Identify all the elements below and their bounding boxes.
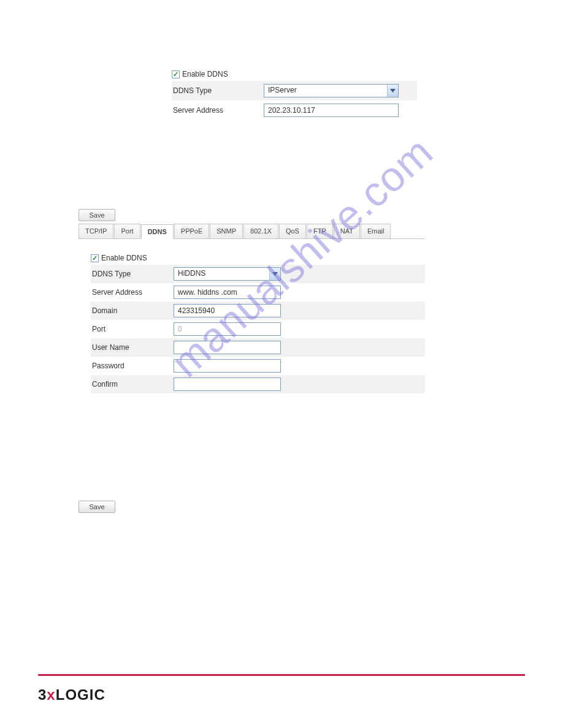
enable-ddns-checkbox[interactable]: ✓ [172, 70, 180, 78]
save-button-wrap-2: Save [79, 501, 563, 513]
server-address-label-2: Server Address [91, 288, 174, 297]
port-row: Port [91, 320, 425, 338]
tab-qos[interactable]: QoS [279, 224, 306, 238]
username-label: User Name [91, 343, 174, 352]
password-input[interactable] [174, 359, 281, 373]
enable-ddns-checkbox-2[interactable]: ✓ [91, 254, 99, 262]
enable-ddns-label-2: Enable DDNS [101, 254, 147, 262]
server-address-input[interactable] [264, 104, 399, 117]
tab-ddns[interactable]: DDNS [141, 224, 174, 239]
tab-email[interactable]: Email [361, 224, 391, 238]
ddns-type-label-2: DDNS Type [91, 270, 174, 278]
server-address-row-2: Server Address [91, 283, 425, 301]
ddns-ipserver-section: ✓ Enable DDNS DDNS Type IPServer Server … [172, 67, 417, 120]
domain-input[interactable] [174, 304, 281, 317]
ddns-type-select-2[interactable]: HiDDNS [174, 267, 281, 281]
chevron-down-icon [269, 268, 280, 280]
port-input[interactable] [174, 322, 281, 336]
checkmark-icon: ✓ [92, 255, 98, 262]
checkmark-icon: ✓ [173, 71, 178, 78]
ddns-type-row-2: DDNS Type HiDDNS [91, 265, 425, 283]
footer-logo: 3xLOGIC [38, 686, 105, 703]
enable-ddns-row: ✓ Enable DDNS [172, 67, 417, 81]
confirm-input[interactable] [174, 377, 281, 391]
server-address-row: Server Address [172, 100, 417, 120]
footer-divider [38, 674, 525, 676]
save-button-2[interactable]: Save [79, 501, 115, 513]
domain-row: Domain [91, 301, 425, 320]
chevron-down-icon [387, 85, 398, 97]
ddns-type-value: IPServer [264, 84, 399, 97]
enable-ddns-label: Enable DDNS [182, 70, 228, 78]
port-label: Port [91, 325, 174, 333]
enable-ddns-row-2: ✓ Enable DDNS [91, 251, 425, 265]
logo-part-x: x [47, 686, 55, 703]
tab-ftp[interactable]: FTP [307, 224, 333, 238]
ddns-type-row: DDNS Type IPServer [172, 81, 417, 100]
tab-tcpip[interactable]: TCP/IP [79, 224, 113, 238]
svg-marker-1 [272, 272, 278, 276]
save-button[interactable]: Save [79, 209, 115, 221]
tab-snmp[interactable]: SNMP [210, 224, 243, 238]
tab-8021x[interactable]: 802.1X [243, 224, 278, 238]
tab-pppoe[interactable]: PPPoE [174, 224, 209, 238]
logo-part-3: 3 [38, 686, 47, 703]
svg-marker-0 [390, 89, 396, 93]
ddns-hiddns-section: Save TCP/IP Port DDNS PPPoE SNMP 802.1X … [79, 209, 425, 393]
tab-port[interactable]: Port [114, 224, 140, 238]
tab-nat[interactable]: NAT [334, 224, 360, 238]
ddns-settings-panel: ✓ Enable DDNS DDNS Type HiDDNS Server Ad… [79, 244, 425, 393]
ddns-type-select[interactable]: IPServer [264, 84, 399, 97]
logo-part-logic: LOGIC [56, 686, 105, 703]
username-input[interactable] [174, 341, 281, 354]
ddns-type-value-2: HiDDNS [174, 267, 281, 281]
server-address-label: Server Address [172, 106, 264, 115]
username-row: User Name [91, 338, 425, 357]
confirm-row: Confirm [91, 375, 425, 393]
server-address-input-2[interactable] [174, 286, 281, 299]
password-label: Password [91, 362, 174, 370]
ddns-type-label: DDNS Type [172, 86, 264, 95]
domain-label: Domain [91, 306, 174, 315]
password-row: Password [91, 357, 425, 375]
confirm-label: Confirm [91, 380, 174, 389]
tabs-row: TCP/IP Port DDNS PPPoE SNMP 802.1X QoS F… [79, 224, 425, 239]
